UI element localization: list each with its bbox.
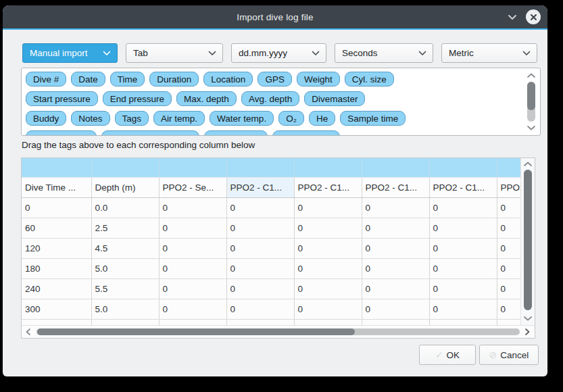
field-tag[interactable]: Date <box>71 72 105 87</box>
units-select[interactable]: Metric <box>441 43 537 63</box>
scroll-down-icon[interactable] <box>523 315 533 322</box>
field-tag[interactable]: Air temp. <box>153 111 205 126</box>
field-tag[interactable]: Avg. depth <box>241 91 299 106</box>
field-separator-value: Tab <box>133 48 148 58</box>
checkmark-icon: ✓ <box>435 349 443 360</box>
table-cell: 0 <box>159 299 226 319</box>
date-format-select[interactable]: dd.mm.yyyy <box>231 43 326 63</box>
field-tag[interactable]: Location <box>203 72 253 87</box>
field-tag[interactable]: End pressure <box>103 91 172 106</box>
table-cell: 0 <box>226 258 294 278</box>
field-tag[interactable]: Cyl. size <box>345 72 394 87</box>
field-tag[interactable]: Sample pO₂ <box>204 130 268 136</box>
field-tag[interactable]: O₂ <box>278 111 304 126</box>
table-cell: 0 <box>159 258 226 278</box>
chevron-down-icon[interactable] <box>507 11 518 22</box>
date-format-value: dd.mm.yyyy <box>239 48 287 58</box>
field-tag[interactable]: Dive # <box>26 72 66 87</box>
table-cell: 0 <box>429 258 497 278</box>
close-button[interactable] <box>526 9 541 24</box>
column-drop-target[interactable] <box>294 158 362 177</box>
table-cell: 0 <box>429 278 497 299</box>
table-cell: 0 <box>226 299 294 319</box>
ok-button-label: OK <box>447 350 460 360</box>
scrollbar-thumb[interactable] <box>527 82 535 110</box>
field-tag[interactable]: Buddy <box>26 111 66 126</box>
table-cell: 0 <box>159 278 226 299</box>
field-tag[interactable]: Water temp. <box>210 111 274 126</box>
column-drop-target[interactable] <box>22 158 91 177</box>
field-tag[interactable]: Sample CNS <box>272 130 340 136</box>
table-header-row: Dive Time ...Depth (m)PPO2 - Se...PPO2 -… <box>22 177 521 197</box>
column-drop-target[interactable] <box>497 158 521 177</box>
column-header: PPO2 - C1... <box>429 177 497 197</box>
table-cell: 0 <box>362 258 429 278</box>
column-header: PPO2 <box>497 177 521 197</box>
column-header: Depth (m) <box>91 177 159 197</box>
chevron-down-icon <box>208 51 216 56</box>
time-format-select[interactable]: Seconds <box>335 43 433 63</box>
titlebar[interactable]: Import dive log file <box>3 5 547 28</box>
table-cell: 0.0 <box>91 197 159 218</box>
table-cell: 0 <box>429 218 497 238</box>
import-type-select[interactable]: Manual import <box>22 43 118 63</box>
scrollbar-thumb[interactable] <box>524 170 532 310</box>
column-drop-target[interactable] <box>91 158 159 177</box>
scroll-down-icon[interactable] <box>527 124 536 131</box>
column-drop-target[interactable] <box>226 158 294 177</box>
field-separator-select[interactable]: Tab <box>126 43 223 63</box>
scroll-right-icon[interactable] <box>524 328 531 336</box>
column-drop-target[interactable] <box>362 158 429 177</box>
table-cell: 0 <box>226 238 294 258</box>
table-row: 1805.0000000 <box>22 258 521 278</box>
field-tag[interactable]: He <box>309 111 335 126</box>
table-cell: 0 <box>497 278 521 299</box>
table-row: 1204.5000000 <box>22 238 521 258</box>
cancel-button[interactable]: ⊘ Cancel <box>479 345 539 365</box>
field-tags-panel: Dive #DateTimeDurationLocationGPSWeightC… <box>21 68 541 136</box>
table-cell: 5.0 <box>91 299 159 319</box>
table-cell: 0 <box>294 197 362 218</box>
table-cell: 4.5 <box>91 238 159 258</box>
time-format-value: Seconds <box>342 48 378 58</box>
tag-row: Sample depthSample temperatureSample pO₂… <box>26 130 522 136</box>
table-cell: 0 <box>362 218 429 238</box>
field-tag[interactable]: GPS <box>258 72 292 87</box>
table-cell: 0 <box>294 299 362 319</box>
table-vscrollbar[interactable] <box>520 158 535 326</box>
table-cell: 0 <box>294 218 362 238</box>
table-cell: 0 <box>429 197 497 218</box>
tags-scrollbar[interactable] <box>525 71 537 132</box>
table-cell: 0 <box>497 238 521 258</box>
field-tag[interactable]: Sample depth <box>26 130 97 136</box>
table-cell: 0 <box>159 218 226 238</box>
chevron-down-icon <box>418 51 426 56</box>
column-drop-target[interactable] <box>429 158 497 177</box>
units-value: Metric <box>449 48 474 58</box>
column-drop-target[interactable] <box>159 158 226 177</box>
table-cell: 0 <box>497 218 521 238</box>
table-cell: 2.5 <box>91 218 159 238</box>
field-tag[interactable]: Weight <box>297 72 340 87</box>
scroll-up-icon[interactable] <box>527 72 536 79</box>
cancel-button-label: Cancel <box>500 350 529 360</box>
field-tag[interactable]: Divemaster <box>304 91 365 106</box>
table-cell: 0 <box>362 278 429 299</box>
ok-button[interactable]: ✓ OK <box>419 345 476 365</box>
field-tag[interactable]: Max. depth <box>176 91 237 106</box>
field-tag[interactable]: Sample time <box>340 111 406 126</box>
table-cell: 0 <box>429 238 497 258</box>
field-tag[interactable]: Time <box>110 72 145 87</box>
field-tag[interactable]: Tags <box>115 111 149 126</box>
field-tag[interactable]: Duration <box>149 72 199 87</box>
table-hscrollbar[interactable] <box>22 325 535 338</box>
field-tag[interactable]: Sample temperature <box>101 130 199 136</box>
table-cell: 0 <box>226 218 294 238</box>
scroll-left-icon[interactable] <box>25 328 32 336</box>
field-tag[interactable]: Start pressure <box>26 91 98 106</box>
scrollbar-thumb[interactable] <box>37 328 355 335</box>
table-row: 00.0000000 <box>22 197 521 218</box>
table-cell: 0 <box>226 197 294 218</box>
scroll-up-icon[interactable] <box>523 161 533 168</box>
field-tag[interactable]: Notes <box>71 111 109 126</box>
